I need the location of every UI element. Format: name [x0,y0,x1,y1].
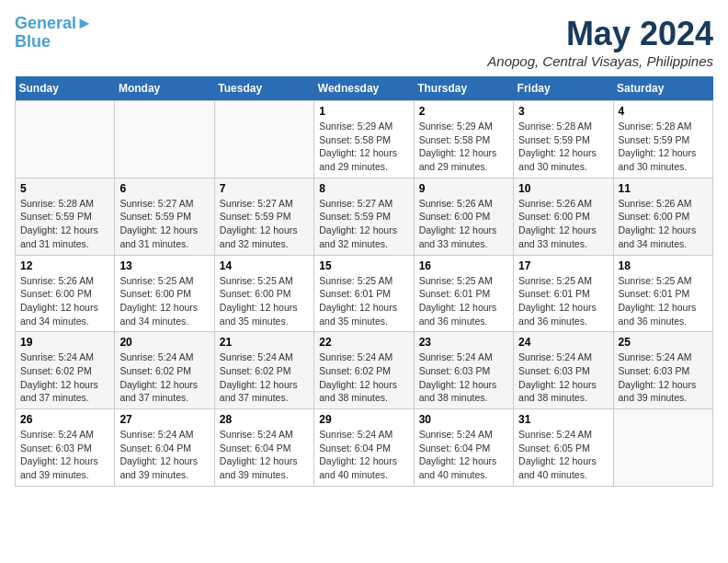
calendar-cell: 12Sunrise: 5:26 AMSunset: 6:00 PMDayligh… [16,255,115,332]
day-info: Sunrise: 5:26 AMSunset: 6:00 PMDaylight:… [20,274,109,328]
weekday-header-tuesday: Tuesday [214,76,313,101]
day-info: Sunrise: 5:24 AMSunset: 6:04 PMDaylight:… [119,428,209,482]
day-number: 9 [419,182,508,195]
day-number: 28 [220,413,309,426]
calendar-cell: 14Sunrise: 5:25 AMSunset: 6:00 PMDayligh… [214,255,313,332]
calendar-subtitle: Anopog, Central Visayas, Philippines [487,53,713,69]
calendar-cell: 15Sunrise: 5:25 AMSunset: 6:01 PMDayligh… [314,255,414,332]
weekday-header-sunday: Sunday [16,76,115,101]
day-info: Sunrise: 5:24 AMSunset: 6:02 PMDaylight:… [20,350,109,405]
calendar-cell: 27Sunrise: 5:24 AMSunset: 6:04 PMDayligh… [115,409,214,487]
calendar-cell: 24Sunrise: 5:24 AMSunset: 6:03 PMDayligh… [514,332,613,409]
day-info: Sunrise: 5:24 AMSunset: 6:03 PMDaylight:… [419,350,508,405]
day-number: 10 [518,182,608,195]
day-info: Sunrise: 5:29 AMSunset: 5:58 PMDaylight:… [319,120,408,174]
calendar-cell: 10Sunrise: 5:26 AMSunset: 6:00 PMDayligh… [514,178,613,255]
day-number: 15 [319,259,408,272]
day-number: 13 [119,259,209,272]
day-number: 22 [319,336,408,349]
day-info: Sunrise: 5:27 AMSunset: 5:59 PMDaylight:… [119,197,209,251]
day-info: Sunrise: 5:26 AMSunset: 6:00 PMDaylight:… [419,197,508,251]
calendar-week-1: 1Sunrise: 5:29 AMSunset: 5:58 PMDaylight… [16,101,713,178]
day-number: 7 [220,182,309,195]
calendar-cell: 1Sunrise: 5:29 AMSunset: 5:58 PMDaylight… [314,101,414,178]
calendar-cell: 11Sunrise: 5:26 AMSunset: 6:00 PMDayligh… [613,178,712,255]
weekday-header-thursday: Thursday [414,76,513,101]
day-number: 18 [619,259,708,272]
day-number: 12 [20,259,109,272]
day-info: Sunrise: 5:26 AMSunset: 6:00 PMDaylight:… [518,197,608,251]
day-info: Sunrise: 5:24 AMSunset: 6:02 PMDaylight:… [220,350,309,405]
calendar-cell: 5Sunrise: 5:28 AMSunset: 5:59 PMDaylight… [16,178,115,255]
day-info: Sunrise: 5:28 AMSunset: 5:59 PMDaylight:… [619,120,708,174]
day-info: Sunrise: 5:24 AMSunset: 6:04 PMDaylight:… [419,428,508,482]
day-info: Sunrise: 5:27 AMSunset: 5:59 PMDaylight:… [220,197,309,251]
calendar-cell: 16Sunrise: 5:25 AMSunset: 6:01 PMDayligh… [414,255,513,332]
logo: General► Blue [15,15,93,52]
weekday-header-row: SundayMondayTuesdayWednesdayThursdayFrid… [16,76,713,101]
calendar-cell: 6Sunrise: 5:27 AMSunset: 5:59 PMDaylight… [115,178,214,255]
day-number: 4 [619,105,708,118]
calendar-cell: 9Sunrise: 5:26 AMSunset: 6:00 PMDaylight… [414,178,513,255]
day-info: Sunrise: 5:28 AMSunset: 5:59 PMDaylight:… [20,197,109,251]
day-number: 17 [518,259,608,272]
day-number: 16 [419,259,508,272]
day-number: 31 [518,413,608,426]
day-number: 1 [319,105,408,118]
logo-line2: Blue [15,32,51,51]
day-number: 26 [20,413,109,426]
day-info: Sunrise: 5:25 AMSunset: 6:01 PMDaylight:… [518,274,608,328]
day-number: 8 [319,182,408,195]
calendar-cell: 28Sunrise: 5:24 AMSunset: 6:04 PMDayligh… [214,409,313,487]
day-number: 19 [20,336,109,349]
day-info: Sunrise: 5:24 AMSunset: 6:02 PMDaylight:… [119,350,209,405]
day-number: 27 [119,413,209,426]
calendar-cell: 7Sunrise: 5:27 AMSunset: 5:59 PMDaylight… [214,178,313,255]
day-number: 5 [20,182,109,195]
day-info: Sunrise: 5:24 AMSunset: 6:04 PMDaylight:… [319,428,408,482]
calendar-cell: 21Sunrise: 5:24 AMSunset: 6:02 PMDayligh… [214,332,313,409]
calendar-cell: 3Sunrise: 5:28 AMSunset: 5:59 PMDaylight… [514,101,613,178]
calendar-body: 1Sunrise: 5:29 AMSunset: 5:58 PMDaylight… [16,101,713,487]
calendar-cell: 30Sunrise: 5:24 AMSunset: 6:04 PMDayligh… [414,409,513,487]
day-info: Sunrise: 5:24 AMSunset: 6:05 PMDaylight:… [518,428,608,482]
calendar-cell: 13Sunrise: 5:25 AMSunset: 6:00 PMDayligh… [115,255,214,332]
calendar-week-3: 12Sunrise: 5:26 AMSunset: 6:00 PMDayligh… [16,255,713,332]
calendar-cell: 2Sunrise: 5:29 AMSunset: 5:58 PMDaylight… [414,101,513,178]
calendar-cell: 19Sunrise: 5:24 AMSunset: 6:02 PMDayligh… [16,332,115,409]
day-number: 29 [319,413,408,426]
calendar-table: SundayMondayTuesdayWednesdayThursdayFrid… [15,76,713,487]
weekday-header-saturday: Saturday [613,76,712,101]
calendar-cell: 25Sunrise: 5:24 AMSunset: 6:03 PMDayligh… [613,332,712,409]
calendar-cell: 18Sunrise: 5:25 AMSunset: 6:01 PMDayligh… [613,255,712,332]
calendar-cell [214,101,313,178]
calendar-cell [16,101,115,178]
logo-arrow-icon: ► [76,14,93,32]
calendar-title: May 2024 [487,15,713,53]
day-number: 23 [419,336,508,349]
day-info: Sunrise: 5:25 AMSunset: 6:00 PMDaylight:… [220,274,309,328]
calendar-cell: 29Sunrise: 5:24 AMSunset: 6:04 PMDayligh… [314,409,414,487]
day-number: 30 [419,413,508,426]
calendar-cell: 31Sunrise: 5:24 AMSunset: 6:05 PMDayligh… [514,409,613,487]
calendar-cell [115,101,214,178]
day-info: Sunrise: 5:25 AMSunset: 6:00 PMDaylight:… [119,274,209,328]
calendar-cell: 23Sunrise: 5:24 AMSunset: 6:03 PMDayligh… [414,332,513,409]
logo-line1: General [15,14,76,32]
day-number: 24 [518,336,608,349]
day-info: Sunrise: 5:24 AMSunset: 6:03 PMDaylight:… [518,350,608,405]
logo-name: General► Blue [15,15,93,52]
day-info: Sunrise: 5:27 AMSunset: 5:59 PMDaylight:… [319,197,408,251]
calendar-week-2: 5Sunrise: 5:28 AMSunset: 5:59 PMDaylight… [16,178,713,255]
day-info: Sunrise: 5:29 AMSunset: 5:58 PMDaylight:… [419,120,508,174]
day-number: 21 [220,336,309,349]
title-section: May 2024 Anopog, Central Visayas, Philip… [487,15,713,69]
calendar-cell: 20Sunrise: 5:24 AMSunset: 6:02 PMDayligh… [115,332,214,409]
weekday-header-wednesday: Wednesday [314,76,414,101]
day-number: 3 [518,105,608,118]
day-number: 14 [220,259,309,272]
day-info: Sunrise: 5:24 AMSunset: 6:04 PMDaylight:… [220,428,309,482]
calendar-cell: 26Sunrise: 5:24 AMSunset: 6:03 PMDayligh… [16,409,115,487]
day-number: 2 [419,105,508,118]
day-number: 6 [119,182,209,195]
